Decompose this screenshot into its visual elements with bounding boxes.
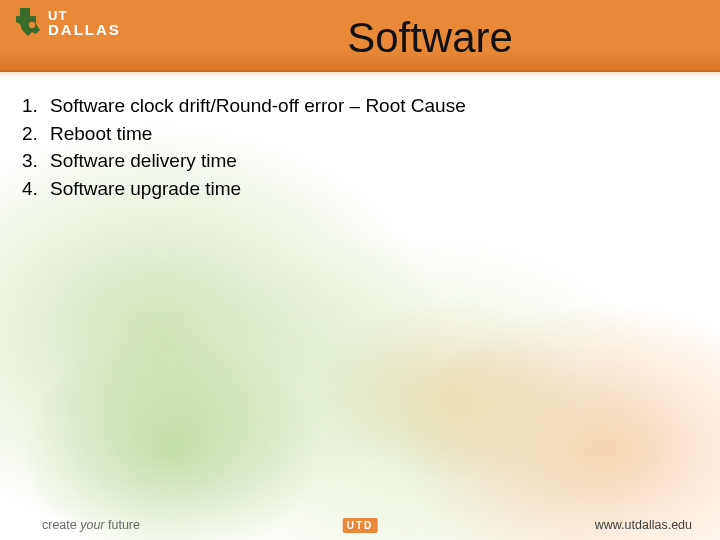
background-art [0,0,720,540]
list-item: 2. Reboot time [22,120,680,148]
slide-title: Software [0,14,720,62]
list-number: 4. [22,175,42,203]
list-number: 3. [22,147,42,175]
list-text: Software upgrade time [50,175,241,203]
list-text: Software delivery time [50,147,237,175]
footer-url: www.utdallas.edu [595,518,692,532]
slide-body: 1. Software clock drift/Round-off error … [22,92,680,202]
footer-badge: UTD [343,518,378,533]
header-banner: UT DALLAS Software [0,0,720,72]
list-text: Reboot time [50,120,152,148]
tagline-part: create [42,518,80,532]
tagline-part: future [105,518,140,532]
list-number: 2. [22,120,42,148]
footer-tagline: create your future [42,518,140,532]
list-item: 4. Software upgrade time [22,175,680,203]
tagline-emphasis: your [80,518,104,532]
list-item: 3. Software delivery time [22,147,680,175]
list-item: 1. Software clock drift/Round-off error … [22,92,680,120]
list-number: 1. [22,92,42,120]
slide: UT DALLAS Software 1. Software clock dri… [0,0,720,540]
numbered-list: 1. Software clock drift/Round-off error … [22,92,680,202]
list-text: Software clock drift/Round-off error – R… [50,92,466,120]
footer: create your future UTD www.utdallas.edu [0,510,720,540]
utd-badge-icon: UTD [343,518,378,533]
